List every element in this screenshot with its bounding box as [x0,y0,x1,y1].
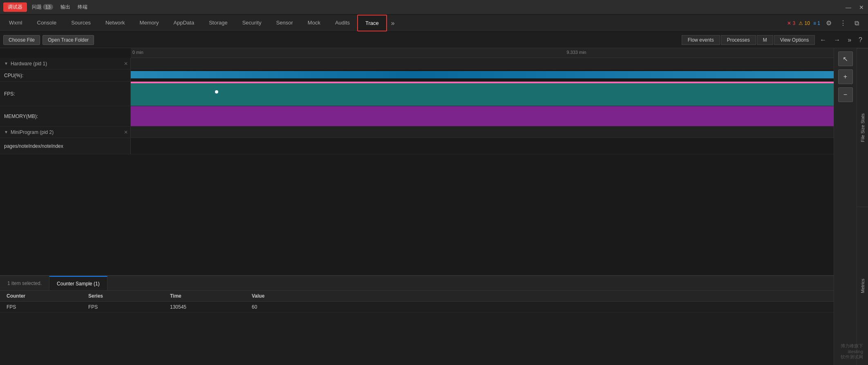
hardware-close-icon[interactable]: ✕ [124,61,128,67]
miniprogram-collapse-icon[interactable]: ▼ [4,130,8,134]
cursor-button[interactable]: ↖ [838,51,853,66]
toolbar-segments: Flow events Processes M View Options [682,35,815,45]
tab-audits[interactable]: Audits [328,15,357,31]
flow-events-button[interactable]: Flow events [682,35,720,45]
tracks: ▼ Hardware (pid 1) ✕ CPU(%): F [0,58,834,154]
processes-button[interactable]: Processes [721,35,756,45]
tab-more-button[interactable]: » [387,15,399,31]
row-value: 60 [252,304,827,310]
memory-label: MEMORY(MB): [0,106,131,126]
tab-status: ✕ 3 ⚠ 10 ≡ 1 ⚙ ⋮ ⧉ [787,15,866,31]
tab-network[interactable]: Network [98,15,132,31]
settings-button[interactable]: ⚙ [823,19,834,27]
col-time: Time [170,293,252,299]
view-options-button[interactable]: View Options [774,35,815,45]
cpu-track: CPU(%): [0,69,834,82]
hardware-section: ▼ Hardware (pid 1) ✕ [0,58,834,69]
selected-tab[interactable]: 1 item selected. [0,276,49,290]
cpu-label: CPU(%): [0,69,131,81]
fps-canvas[interactable] [131,82,834,106]
expand-button[interactable]: ⧉ [852,20,861,27]
zoom-in-button[interactable]: + [838,69,853,84]
side-controls: ↖ + − [834,48,857,365]
hardware-canvas [131,58,834,69]
terminal-item[interactable]: 终端 [78,4,87,11]
table-header: Counter Series Time Value [0,291,834,302]
bottom-content: Counter Series Time Value FPS FPS 130545… [0,291,834,365]
bottom-tabs: 1 item selected. Counter Sample (1) [0,276,834,291]
memory-track: MEMORY(MB): [0,106,834,127]
fps-label: FPS: [0,82,131,106]
time-label-1: 9.333 min [566,50,586,55]
bottom-panel: 1 item selected. Counter Sample (1) Coun… [0,275,834,365]
open-trace-folder-button[interactable]: Open Trace Folder [43,35,94,45]
nav-back-button[interactable]: ← [817,36,829,44]
minimize-button[interactable]: — [845,4,852,11]
tab-sources[interactable]: Sources [64,15,98,31]
time-ruler: 0 min 9.333 min [131,48,834,58]
memory-area [131,106,834,126]
noteindex-canvas[interactable] [131,138,834,154]
tabbar: Wxml Console Sources Network Memory AppD… [0,15,868,32]
miniprogram-canvas [131,127,834,138]
noteindex-label: pages/noteIndex/noteIndex [0,138,131,154]
fps-track: FPS: [0,82,834,106]
close-button[interactable]: ✕ [858,4,865,11]
col-series: Series [88,293,170,299]
help-button[interactable]: ? [856,36,865,44]
app-button[interactable]: 调试器 [3,2,27,12]
hardware-collapse-icon[interactable]: ▼ [4,61,8,66]
tab-wxml[interactable]: Wxml [2,15,30,31]
tab-storage[interactable]: Storage [201,15,235,31]
error-status: ✕ 3 [787,20,795,26]
tab-trace[interactable]: Trace [357,15,387,31]
issues-item[interactable]: 问题 13 [32,4,53,11]
trace-panel: 0 min 9.333 min ▼ Hardware (pid 1) ✕ CPU… [0,48,834,365]
warning-status: ⚠ 10 [799,20,810,26]
tab-sensor[interactable]: Sensor [269,15,300,31]
nav-more-button[interactable]: » [845,36,854,44]
col-counter: Counter [7,293,88,299]
tab-appdata[interactable]: AppData [166,15,202,31]
table-row: FPS FPS 130545 60 [0,302,834,313]
titlebar: 调试器 问题 13 输出 终端 — ✕ [0,0,868,15]
choose-file-button[interactable]: Choose File [3,35,40,45]
tab-console[interactable]: Console [30,15,64,31]
time-label-0: 0 min [132,50,143,55]
miniprogram-section: ▼ MiniProgram (pid 2) ✕ [0,127,834,138]
timeline: 0 min 9.333 min ▼ Hardware (pid 1) ✕ CPU… [0,48,834,275]
cpu-canvas[interactable] [131,69,834,81]
fps-area [131,82,834,106]
main-area: 0 min 9.333 min ▼ Hardware (pid 1) ✕ CPU… [0,48,868,365]
file-size-stats-button[interactable]: File Size Stats [857,48,868,207]
miniprogram-label: MiniProgram (pid 2) [11,129,54,135]
miniprogram-close-icon[interactable]: ✕ [124,129,128,135]
counter-sample-tab[interactable]: Counter Sample (1) [49,276,107,290]
noteindex-track: pages/noteIndex/noteIndex [0,138,834,154]
right-sidebar: File Size Stats Metrics [857,48,868,365]
output-item[interactable]: 输出 [60,4,70,11]
row-series: FPS [88,304,170,310]
row-counter: FPS [7,304,88,310]
zoom-out-button[interactable]: − [838,87,853,102]
more-options-button[interactable]: ⋮ [837,19,849,27]
tab-memory[interactable]: Memory [132,15,166,31]
hardware-label: Hardware (pid 1) [11,61,47,67]
metrics-button[interactable]: Metrics [857,207,868,365]
memory-canvas[interactable] [131,106,834,126]
toolbar: Choose File Open Trace Folder Flow event… [0,32,868,48]
nav-forward-button[interactable]: → [831,36,843,44]
col-value: Value [252,293,827,299]
row-time: 130545 [170,304,252,310]
m-button[interactable]: M [757,35,773,45]
info-status: ≡ 1 [813,20,820,26]
tab-mock[interactable]: Mock [300,15,328,31]
fps-highlight [131,82,834,83]
tab-security[interactable]: Security [235,15,269,31]
